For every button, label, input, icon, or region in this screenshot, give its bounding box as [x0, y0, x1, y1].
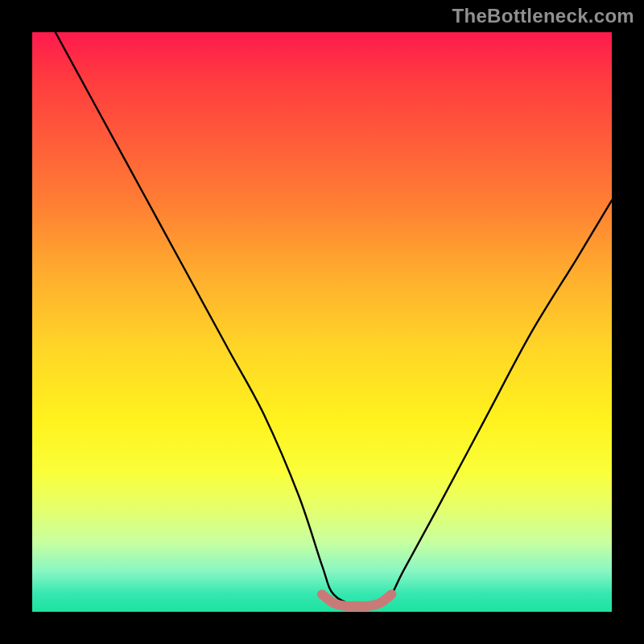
plateau-highlight: [322, 594, 391, 606]
curve-svg: [32, 32, 612, 612]
bottleneck-curve: [56, 32, 612, 608]
watermark-text: TheBottleneck.com: [452, 5, 634, 27]
plot-area: [32, 32, 612, 612]
chart-frame: TheBottleneck.com: [0, 0, 644, 644]
